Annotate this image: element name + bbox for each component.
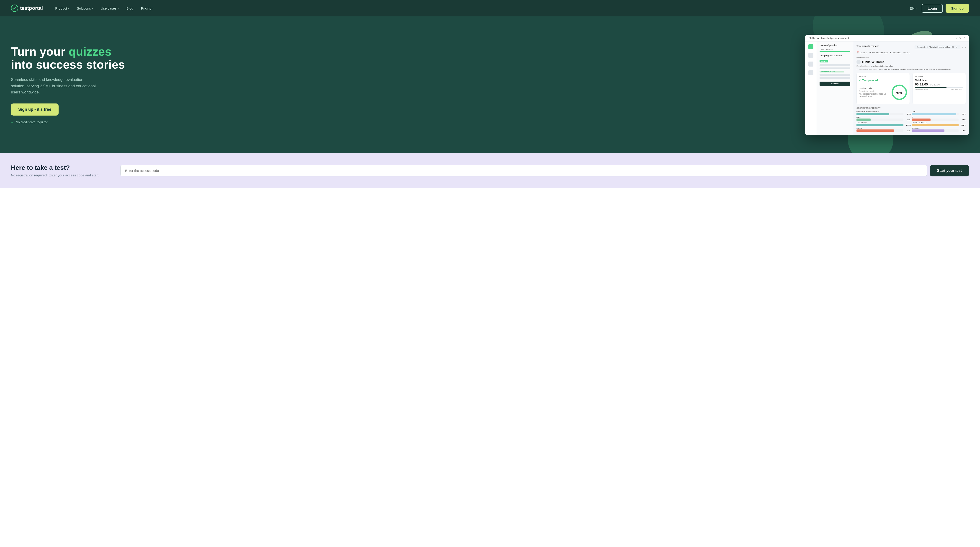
- sidebar-icon-grid: [808, 44, 813, 49]
- timer-icon: ⏱: [915, 75, 917, 78]
- score-item: MATH 30%: [856, 116, 911, 121]
- mockup-left-panel: Test configuration 100% completed Test p…: [817, 41, 853, 135]
- score-item: SALES 80%: [856, 127, 911, 132]
- mockup-body: Test configuration 100% completed Test p…: [805, 41, 969, 135]
- left-item-4: [819, 74, 850, 76]
- check-circle-icon: ✓: [859, 79, 861, 82]
- prev-icon[interactable]: ‹: [962, 46, 963, 49]
- no-credit-card-badge: ✓ No credit card required: [11, 120, 125, 124]
- send-icon: ✉: [903, 51, 905, 54]
- bottom-left: Here to take a test? No registration req…: [11, 164, 111, 177]
- timer-progress-bar: [915, 87, 963, 88]
- left-item-test-sheet: Test sheets review: [819, 71, 844, 73]
- check-icon: ✓: [11, 120, 14, 124]
- nav-links: Product ▾ Solutions ▾ Use cases ▾ Blog P…: [52, 5, 907, 12]
- nav-usecases[interactable]: Use cases ▾: [97, 5, 122, 12]
- hero-title: Turn your quizzes into success stories: [11, 45, 125, 71]
- download-btn[interactable]: ⬇ Download: [889, 51, 901, 54]
- access-code-input[interactable]: [120, 165, 927, 177]
- logo-icon: [11, 5, 18, 12]
- chevron-down-icon: ▾: [68, 7, 69, 10]
- svg-text:97%: 97%: [896, 91, 902, 95]
- timer-box: ⏱ TIMER Total time 00:32:05 / 01:30:00: [913, 73, 966, 104]
- mockup-topbar-icons: ? ⚙ ✕: [956, 37, 966, 40]
- left-item-2: [819, 67, 850, 69]
- hero-subtitle: Seamless skills and knowledge evaluation…: [11, 76, 97, 95]
- sidebar-icon-chart: [808, 62, 813, 67]
- close-icon: ✕: [963, 37, 966, 40]
- result-box: RESULT ✓ Test passed Grade Excellent: [856, 73, 910, 104]
- respondent-name: Olivia Williams: [856, 60, 966, 64]
- bottom-subtitle: No registration required. Enter your acc…: [11, 173, 111, 177]
- score-item: PRODUCTS & PROCEDURES 70%: [856, 111, 911, 115]
- logo[interactable]: testportal: [11, 5, 43, 12]
- end-test-button[interactable]: End test: [819, 82, 850, 86]
- score-item: IT 40%: [912, 116, 966, 121]
- logo-text: testportal: [20, 5, 43, 11]
- score-item: SECURITY 70%: [912, 127, 966, 132]
- eye-icon: 👁: [869, 51, 871, 54]
- timer-elapsed: 00:32:05 / 01:30:00: [915, 83, 963, 86]
- chevron-down-icon: ▾: [153, 7, 154, 10]
- settings-icon: ⚙: [959, 37, 961, 40]
- login-button[interactable]: Login: [922, 4, 943, 13]
- bottom-title: Here to take a test?: [11, 164, 111, 172]
- hero-section: Turn your quizzes into success stories S…: [0, 16, 980, 153]
- score-item: LANGUAGE SKILLS 100%: [912, 122, 966, 126]
- score-grid: PRODUCTS & PROCEDURES 70% LAW 95% MATH 3…: [856, 111, 966, 132]
- svg-point-0: [11, 5, 18, 12]
- send-btn[interactable]: ✉ Send: [903, 51, 910, 54]
- sidebar-icon-users: [808, 53, 813, 58]
- mockup-topbar: Skills and knowledge assessment ? ⚙ ✕: [805, 35, 969, 41]
- nav-right: EN ▾ Login Sign up: [907, 4, 969, 13]
- question-icon: ?: [956, 37, 958, 40]
- hero-cta-button[interactable]: Sign up - it's free: [11, 103, 59, 116]
- mockup-main-content: Test sheets review Respondent Olivia Wil…: [853, 41, 969, 135]
- config-progress-bar: [819, 51, 850, 52]
- nav-solutions[interactable]: Solutions ▾: [73, 5, 96, 12]
- signup-button[interactable]: Sign up: [946, 4, 969, 13]
- chevron-down-icon: ▾: [118, 7, 119, 10]
- start-test-button[interactable]: Start your test: [930, 165, 969, 177]
- meta-row: 📅 Dates 1 👁 Respondent view ⬇ Downl: [856, 51, 966, 54]
- dates-meta: 📅 Dates 1: [856, 51, 867, 54]
- score-item: ACCOUNTING 100%: [856, 122, 911, 126]
- respondent-view-btn[interactable]: 👁 Respondent view: [869, 51, 888, 54]
- chevron-down-icon: ▾: [92, 7, 93, 10]
- download-icon: ⬇: [889, 51, 891, 54]
- score-item: LAW 95%: [912, 111, 966, 115]
- respondent-section: RESPONDENT Olivia Williams Email address…: [856, 57, 966, 70]
- chevron-down-icon: ▾: [915, 7, 916, 10]
- language-selector[interactable]: EN ▾: [907, 5, 919, 12]
- nav-blog[interactable]: Blog: [123, 5, 137, 12]
- respondent-selector[interactable]: Respondent Olivia Williams (o.williams@.…: [915, 45, 960, 49]
- check-circle-icon: ✓: [856, 68, 858, 70]
- sidebar-icon-settings: [808, 70, 813, 75]
- user-icon: [856, 60, 861, 64]
- next-icon[interactable]: ›: [965, 46, 966, 49]
- nav-pricing[interactable]: Pricing ▾: [138, 5, 157, 12]
- respondent-consent: ✓ Consent on start page I agree with the…: [856, 68, 966, 70]
- calendar-icon: 📅: [856, 51, 859, 54]
- bottom-section: Here to take a test? No registration req…: [0, 153, 980, 188]
- action-buttons: 👁 Respondent view ⬇ Download ✉ Send: [869, 51, 910, 54]
- hero-image: Skills and knowledge assessment ? ⚙ ✕ T: [125, 35, 969, 135]
- left-item-1: [819, 64, 850, 66]
- score-section: SCORE PER CATEGORY PRODUCTS & PROCEDURES…: [856, 107, 966, 132]
- respondent-email: Email address o.williams@testportal.net: [856, 65, 966, 67]
- nav-product[interactable]: Product ▾: [52, 5, 72, 12]
- result-status: ✓ Test passed: [859, 79, 907, 82]
- mockup-sidebar: [805, 41, 817, 135]
- left-item-5: [819, 77, 850, 79]
- navigation: testportal Product ▾ Solutions ▾ Use cas…: [0, 0, 980, 16]
- bottom-right: Start your test: [120, 165, 969, 177]
- timer-startend: Start time 10:15 End time 10:47: [915, 89, 963, 91]
- result-timer-row: RESULT ✓ Test passed Grade Excellent: [856, 73, 966, 104]
- dashboard-mockup: Skills and knowledge assessment ? ⚙ ✕ T: [805, 35, 969, 135]
- hero-content: Turn your quizzes into success stories S…: [11, 45, 125, 124]
- donut-chart: 97%: [891, 84, 907, 100]
